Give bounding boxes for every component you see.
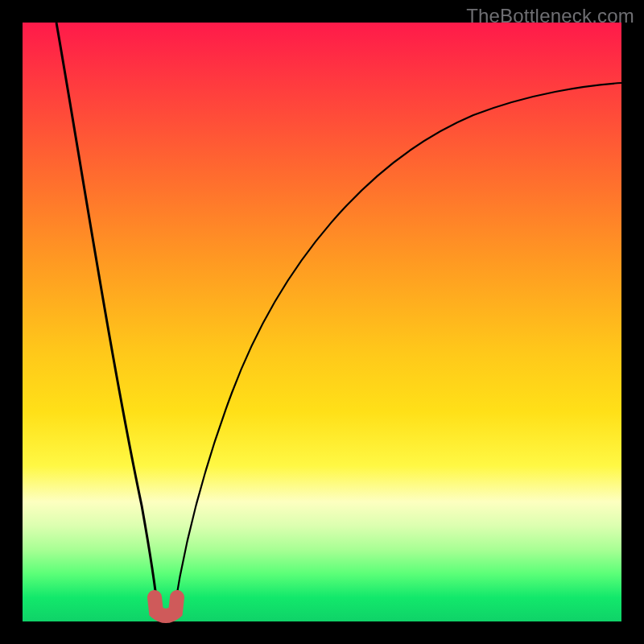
bottleneck-curve	[23, 23, 621, 621]
watermark-text: TheBottleneck.com	[466, 5, 634, 27]
curve-right-branch	[174, 83, 621, 612]
plot-area	[23, 23, 621, 621]
minimum-marker	[155, 597, 177, 616]
curve-left-branch	[56, 23, 158, 612]
chart-frame: TheBottleneck.com	[0, 0, 644, 644]
